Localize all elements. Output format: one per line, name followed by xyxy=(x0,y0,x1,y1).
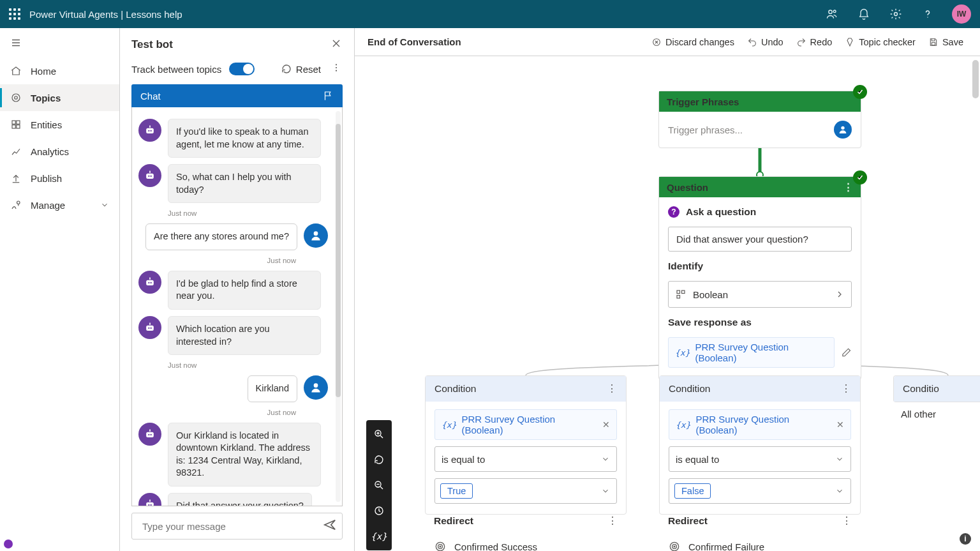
user-message: Kirkland xyxy=(248,375,297,402)
svg-point-33 xyxy=(148,434,149,435)
svg-rect-35 xyxy=(149,429,151,431)
nav-entities[interactable]: Entities xyxy=(0,111,119,138)
flag-icon[interactable] xyxy=(322,90,334,102)
zoom-out-button[interactable] xyxy=(370,476,388,494)
nav-label: Manage xyxy=(31,200,65,211)
undo-button[interactable]: Undo xyxy=(743,34,787,50)
nav-topics[interactable]: Topics xyxy=(0,84,119,111)
close-test-panel-button[interactable] xyxy=(330,37,343,52)
status-dot-icon xyxy=(4,540,13,548)
settings-icon[interactable] xyxy=(884,3,907,26)
svg-point-34 xyxy=(151,434,152,435)
chat-input[interactable] xyxy=(131,513,343,540)
edit-icon[interactable] xyxy=(841,347,852,358)
condition-variable-chip[interactable]: {x} PRR Survey Question (Boolean) ✕ xyxy=(669,409,851,440)
svg-point-0 xyxy=(829,10,832,13)
svg-rect-36 xyxy=(146,502,154,506)
hamburger-button[interactable] xyxy=(0,28,119,57)
target-icon xyxy=(434,540,447,551)
trigger-phrases-placeholder[interactable]: Trigger phrases... xyxy=(668,125,743,135)
svg-point-25 xyxy=(151,282,152,283)
svg-point-10 xyxy=(17,201,20,204)
zoom-reset-button[interactable] xyxy=(370,502,388,520)
person-icon[interactable] xyxy=(834,121,852,139)
nav-analytics[interactable]: Analytics xyxy=(0,138,119,165)
save-button[interactable]: Save xyxy=(924,34,967,50)
identify-value: Boolean xyxy=(693,289,728,300)
chat-scrollbar[interactable] xyxy=(336,111,341,502)
svg-rect-23 xyxy=(146,280,154,285)
topic-checker-label: Topic checker xyxy=(859,37,916,47)
zoom-fit-button[interactable] xyxy=(370,451,388,469)
node-redirect-failure[interactable]: Redirect ⋮ Confirmed Failure xyxy=(659,508,861,551)
svg-rect-8 xyxy=(12,125,15,128)
bot-message: Did that answer your question? xyxy=(168,493,312,506)
left-nav: Home Topics Entities Analytics Publish M… xyxy=(0,28,120,551)
track-between-topics-toggle[interactable] xyxy=(229,63,255,75)
help-icon[interactable] xyxy=(916,3,939,26)
svg-point-15 xyxy=(148,130,149,132)
svg-rect-32 xyxy=(146,432,154,437)
condition-value-dropdown[interactable]: False xyxy=(669,478,851,504)
reset-button[interactable]: Reset xyxy=(281,63,321,75)
nav-home[interactable]: Home xyxy=(0,57,119,84)
topic-checker-button[interactable]: Topic checker xyxy=(841,34,919,50)
node-more-button[interactable]: ⋮ xyxy=(841,383,851,395)
node-title: Trigger Phrases xyxy=(667,96,739,107)
discard-changes-button[interactable]: Discard changes xyxy=(648,34,738,50)
undo-label: Undo xyxy=(761,37,783,47)
condition-variable-chip[interactable]: {x} PRR Survey Question (Boolean) ✕ xyxy=(434,409,617,440)
remove-chip-button[interactable]: ✕ xyxy=(836,419,844,430)
node-condition-false[interactable]: Condition ⋮ {x} PRR Survey Question (Boo… xyxy=(659,375,861,515)
timestamp: Just now xyxy=(138,257,296,264)
bot-avatar-icon xyxy=(138,271,161,294)
nav-manage[interactable]: Manage xyxy=(0,192,119,218)
question-badge-icon xyxy=(668,206,679,218)
node-redirect-success[interactable]: Redirect ⋮ Confirmed Success xyxy=(425,508,627,551)
chevron-down-icon xyxy=(601,455,610,464)
condition-title: Condition xyxy=(669,383,711,395)
svg-rect-6 xyxy=(12,121,15,124)
condition-operator-dropdown[interactable]: is equal to xyxy=(434,446,617,472)
app-launcher-icon[interactable] xyxy=(9,8,20,20)
variables-button[interactable]: {x} xyxy=(370,527,388,545)
bot-avatar-icon xyxy=(138,316,161,339)
node-more-button[interactable]: ⋮ xyxy=(607,383,617,395)
node-condition-true[interactable]: Condition ⋮ {x} PRR Survey Question (Boo… xyxy=(425,375,627,515)
variable-chip[interactable]: {x} PRR Survey Question (Boolean) xyxy=(668,337,835,368)
svg-point-38 xyxy=(151,504,152,506)
more-options-button[interactable] xyxy=(330,61,343,77)
bot-avatar-icon xyxy=(138,164,161,187)
canvas-scrollbar[interactable] xyxy=(972,60,979,547)
canvas-toolbar: End of Conversation Discard changes Undo… xyxy=(355,28,980,56)
chevron-right-icon xyxy=(835,289,845,299)
info-icon[interactable]: i xyxy=(960,533,971,545)
node-more-button[interactable]: ⋮ xyxy=(843,181,853,193)
notifications-icon[interactable] xyxy=(852,3,875,26)
condition-value-dropdown[interactable]: True xyxy=(434,478,617,504)
topic-title: End of Conversation xyxy=(368,36,461,47)
redo-label: Redo xyxy=(810,37,833,47)
node-more-button[interactable]: ⋮ xyxy=(607,515,618,527)
zoom-in-button[interactable] xyxy=(370,425,388,443)
node-condition-other[interactable]: Conditio xyxy=(893,375,980,402)
node-question[interactable]: Question ⋮ Ask a question Did that answe… xyxy=(658,176,861,380)
node-more-button[interactable]: ⋮ xyxy=(842,515,852,527)
identify-selector[interactable]: Boolean xyxy=(668,281,852,308)
people-icon[interactable] xyxy=(820,3,843,26)
user-avatar[interactable]: IW xyxy=(952,4,971,24)
condition-operator-dropdown[interactable]: is equal to xyxy=(669,446,851,472)
variable-prefix: {x} xyxy=(442,420,456,430)
redo-button[interactable]: Redo xyxy=(792,34,836,50)
remove-chip-button[interactable]: ✕ xyxy=(602,419,610,430)
node-trigger-phrases[interactable]: Trigger Phrases Trigger phrases... xyxy=(658,91,861,148)
question-text-input[interactable]: Did that answer your question? xyxy=(668,227,852,252)
authoring-canvas[interactable]: Trigger Phrases Trigger phrases... Quest… xyxy=(355,56,980,551)
nav-publish[interactable]: Publish xyxy=(0,165,119,192)
send-button[interactable] xyxy=(323,518,337,534)
chat-text-input[interactable] xyxy=(141,520,323,532)
test-bot-panel: Test bot Track between topics Reset xyxy=(120,28,355,551)
svg-rect-49 xyxy=(677,291,680,294)
svg-point-5 xyxy=(15,96,18,100)
svg-point-24 xyxy=(148,282,149,283)
